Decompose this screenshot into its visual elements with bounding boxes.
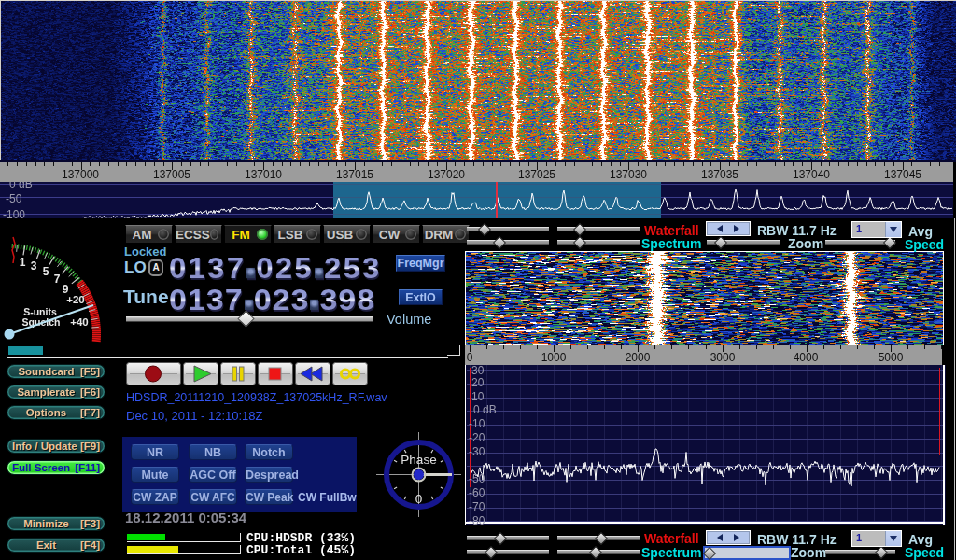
svg-text:5: 5 [43, 265, 49, 278]
svg-text:1: 1 [20, 256, 26, 269]
svg-text:3: 3 [31, 259, 37, 273]
svg-text:0: 0 [415, 492, 423, 506]
svg-text:Phase: Phase [401, 453, 436, 467]
svg-text:+40: +40 [70, 316, 89, 328]
svg-text:7: 7 [54, 273, 61, 286]
svg-text:+20: +20 [66, 294, 85, 305]
